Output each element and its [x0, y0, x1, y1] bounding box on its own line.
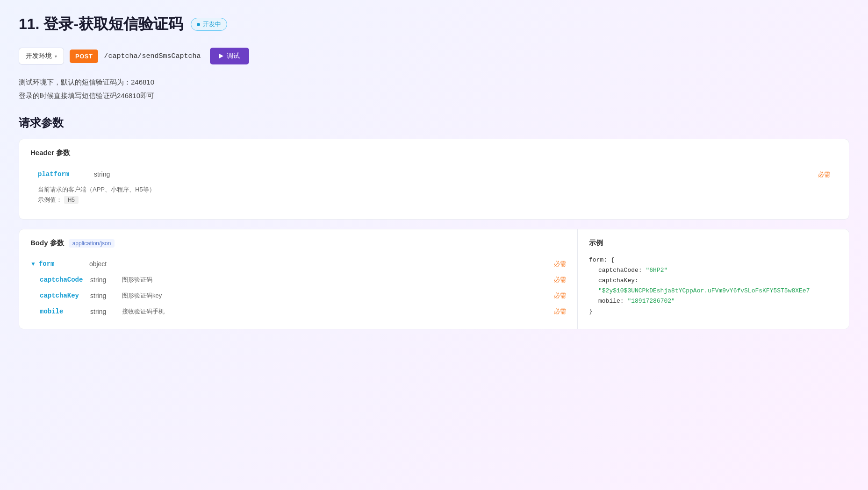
code-captchakey-line: captchaKey:	[589, 276, 838, 286]
tree-desc-mobile: 接收验证码手机	[122, 307, 165, 316]
code-captchakey-key: captchaKey:	[598, 277, 638, 284]
tree-name-mobile: mobile	[40, 308, 86, 315]
debug-button[interactable]: 调试	[210, 48, 249, 64]
play-icon	[219, 54, 223, 58]
tree-type-captchakey: string	[90, 292, 118, 299]
env-selector[interactable]: 开发环境 ▾	[19, 48, 64, 64]
param-desc-platform: 当前请求的客户端（APP、小程序、H5等）	[38, 185, 830, 194]
tree-toggle-form[interactable]: ▼	[30, 261, 36, 267]
header-params-container: Header 参数 platform string 必需 当前请求的客户端（AP…	[19, 139, 849, 220]
code-captchakey-val: "$2y$10$3UNCPkDEshja8tYCppAor.uFVm9vY6fv…	[598, 287, 810, 294]
code-brace-close: }	[589, 308, 593, 315]
param-example-platform: 示例值： H5	[38, 196, 830, 204]
tree-desc-captchacode: 图形验证码	[122, 276, 152, 284]
code-block: form: { captchaCode: "6HP2" captchaKey: …	[589, 255, 838, 317]
body-params-header: Body 参数 application/json	[30, 239, 566, 248]
status-badge: 开发中	[191, 18, 227, 31]
page-header: 11. 登录-获取短信验证码 开发中	[19, 14, 849, 35]
param-required-platform: 必需	[818, 170, 830, 179]
tree-row-form: ▼ form object 必需	[30, 256, 566, 272]
info-block: 测试环境下，默认的短信验证码为：246810 登录的时候直接填写短信验证码246…	[19, 76, 849, 102]
toolbar: 开发环境 ▾ POST /captcha/sendSmsCaptcha 调试	[19, 48, 849, 64]
section-params-title: 请求参数	[19, 115, 849, 130]
tree-desc-captchakey: 图形验证码key	[122, 291, 162, 300]
page-title: 11. 登录-获取短信验证码	[19, 14, 183, 35]
code-captchakey-val-line: "$2y$10$3UNCPkDEshja8tYCppAor.uFVm9vY6fv…	[589, 286, 838, 296]
example-title: 示例	[589, 239, 838, 248]
tree-type-captchacode: string	[90, 276, 118, 284]
tree-type-mobile: string	[90, 308, 118, 315]
chevron-down-icon: ▾	[55, 54, 57, 59]
tree-name-form: form	[39, 260, 86, 268]
code-mobile-val: "18917286702"	[627, 298, 674, 305]
http-method-badge: POST	[70, 50, 98, 63]
param-name-platform: platform	[38, 170, 94, 178]
tree-required-captchakey: 必需	[554, 291, 566, 300]
code-captchacode-line: captchaCode: "6HP2"	[589, 265, 838, 276]
tree-row-captchakey: captchaKey string 图形验证码key 必需	[30, 288, 566, 304]
code-form-open: form: {	[589, 255, 838, 265]
tree-type-form: object	[89, 260, 117, 268]
code-captchacode-key: captchaCode:	[598, 267, 646, 274]
param-row-platform: platform string 必需	[30, 165, 838, 185]
tree-required-form: 必需	[554, 260, 566, 268]
endpoint-path: /captcha/sendSmsCaptcha	[104, 52, 201, 60]
body-params-wrapper: Body 参数 application/json ▼ form object 必…	[19, 229, 849, 329]
body-params-title: Body 参数	[30, 239, 64, 248]
tree-name-captchacode: captchaCode	[40, 276, 86, 284]
status-label: 开发中	[203, 20, 221, 28]
tree-row-captchacode: captchaCode string 图形验证码 必需	[30, 272, 566, 288]
code-mobile-key: mobile:	[598, 298, 627, 305]
code-key-form: form: {	[589, 256, 615, 263]
tree-row-mobile: mobile string 接收验证码手机 必需	[30, 304, 566, 320]
debug-label: 调试	[227, 52, 240, 60]
header-params-title: Header 参数	[30, 149, 838, 157]
tree-required-captchacode: 必需	[554, 276, 566, 284]
param-type-platform: string	[94, 170, 122, 178]
param-details-platform: 当前请求的客户端（APP、小程序、H5等） 示例值： H5	[30, 185, 838, 210]
status-dot-icon	[197, 23, 200, 26]
tree-name-captchakey: captchaKey	[40, 292, 86, 299]
body-params-right: 示例 form: { captchaCode: "6HP2" captchaKe…	[578, 229, 849, 329]
code-captchacode-val: "6HP2"	[646, 267, 667, 274]
info-line-2: 登录的时候直接填写短信验证码246810即可	[19, 89, 849, 103]
content-type-badge: application/json	[69, 239, 115, 248]
info-line-1: 测试环境下，默认的短信验证码为：246810	[19, 76, 849, 89]
example-value-platform: H5	[64, 196, 79, 204]
env-label: 开发环境	[26, 52, 52, 60]
tree-required-mobile: 必需	[554, 307, 566, 316]
code-mobile-line: mobile: "18917286702"	[589, 296, 838, 306]
example-label: 示例值：	[38, 196, 62, 203]
code-form-close: }	[589, 306, 838, 317]
body-params-left: Body 参数 application/json ▼ form object 必…	[19, 229, 578, 329]
